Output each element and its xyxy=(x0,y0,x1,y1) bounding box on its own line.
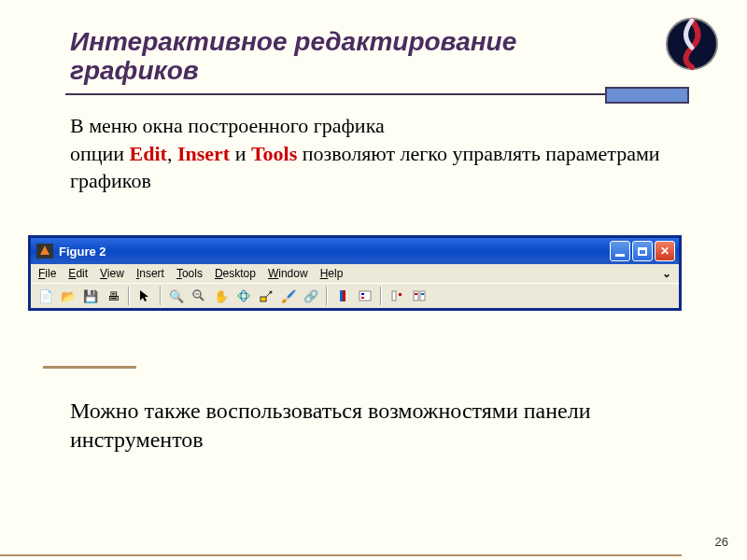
close-button[interactable]: ✕ xyxy=(655,241,675,261)
separator xyxy=(326,287,328,305)
menu-window[interactable]: Window xyxy=(268,267,308,280)
separator xyxy=(380,287,382,305)
title-line-2: графиков xyxy=(70,57,516,86)
matlab-icon xyxy=(36,244,53,259)
data-cursor-icon[interactable] xyxy=(257,287,275,305)
svg-rect-12 xyxy=(361,297,364,299)
svg-rect-18 xyxy=(421,293,424,295)
body-p1: В меню окна построенного графика xyxy=(70,112,668,140)
slide-logo xyxy=(665,17,719,71)
menu-help[interactable]: Help xyxy=(320,267,344,280)
svg-rect-10 xyxy=(359,291,371,301)
accent-line-bottom xyxy=(0,554,682,556)
minimize-button[interactable] xyxy=(610,241,630,261)
svg-rect-13 xyxy=(392,291,396,301)
pan-hand-icon[interactable]: ✋ xyxy=(212,287,231,305)
svg-point-7 xyxy=(270,291,273,294)
colorbar-icon[interactable] xyxy=(333,287,352,305)
title-line-1: Интерактивное редактирование xyxy=(70,28,516,57)
show-plot-icon[interactable] xyxy=(410,287,429,305)
menu-file[interactable]: FFileile xyxy=(38,267,56,280)
svg-rect-8 xyxy=(340,290,343,301)
title-accent-bar xyxy=(605,87,689,104)
toolbar: 📄 📂 💾 🖶 🔍 ✋ 🖌️ 🔗 xyxy=(31,283,679,308)
link-icon[interactable]: 🔗 xyxy=(302,287,320,305)
window-title: Figure 2 xyxy=(59,245,106,259)
open-folder-icon[interactable]: 📂 xyxy=(59,287,78,305)
rotate-3d-icon[interactable] xyxy=(234,287,253,305)
zoom-out-icon[interactable] xyxy=(190,287,208,305)
svg-rect-15 xyxy=(414,291,418,301)
new-page-icon[interactable]: 📄 xyxy=(36,287,55,305)
menu-corner-icon[interactable]: ⌄ xyxy=(662,267,671,280)
title-underline xyxy=(65,93,654,95)
svg-point-4 xyxy=(238,293,249,299)
comma: , xyxy=(167,142,177,165)
word-tools: Tools xyxy=(251,142,297,165)
menubar: FFileile Edit View Insert Tools Desktop … xyxy=(31,264,679,283)
word-edit: Edit xyxy=(130,142,167,165)
svg-rect-16 xyxy=(415,293,417,295)
accent-line-left xyxy=(43,366,136,369)
svg-point-5 xyxy=(241,290,247,301)
menu-insert[interactable]: Insert xyxy=(136,267,164,280)
svg-line-2 xyxy=(200,297,204,301)
menu-edit[interactable]: Edit xyxy=(68,267,88,280)
maximize-button[interactable] xyxy=(632,241,653,261)
body-p2a: опции xyxy=(70,142,130,165)
print-icon[interactable]: 🖶 xyxy=(104,287,122,305)
body-text-2: Можно также воспользоваться возможностям… xyxy=(70,397,668,455)
word-insert: Insert xyxy=(177,142,230,165)
page-number: 26 xyxy=(715,535,728,549)
separator xyxy=(160,287,162,305)
menu-desktop[interactable]: Desktop xyxy=(215,267,256,280)
svg-rect-9 xyxy=(343,290,345,301)
pointer-icon[interactable] xyxy=(135,287,154,305)
body-p2: опции Edit, Insert и Tools позволяют лег… xyxy=(70,140,668,195)
svg-rect-11 xyxy=(361,293,364,295)
legend-icon[interactable] xyxy=(356,287,374,305)
svg-rect-17 xyxy=(420,291,425,301)
word-and: и xyxy=(230,142,251,165)
save-icon[interactable]: 💾 xyxy=(81,287,100,305)
titlebar[interactable]: Figure 2 ✕ xyxy=(31,238,679,264)
svg-rect-14 xyxy=(399,293,402,296)
figure-window: Figure 2 ✕ FFileile Edit View Insert Too… xyxy=(28,235,682,311)
slide-title: Интерактивное редактирование графиков xyxy=(70,28,516,86)
menu-tools[interactable]: Tools xyxy=(176,267,203,280)
svg-rect-6 xyxy=(261,297,266,301)
brush-icon[interactable]: 🖌️ xyxy=(279,287,298,305)
separator xyxy=(128,287,130,305)
body-text: В меню окна построенного графика опции E… xyxy=(70,112,668,195)
menu-view[interactable]: View xyxy=(100,267,124,280)
zoom-in-icon[interactable]: 🔍 xyxy=(167,287,186,305)
hide-plot-icon[interactable] xyxy=(388,287,406,305)
